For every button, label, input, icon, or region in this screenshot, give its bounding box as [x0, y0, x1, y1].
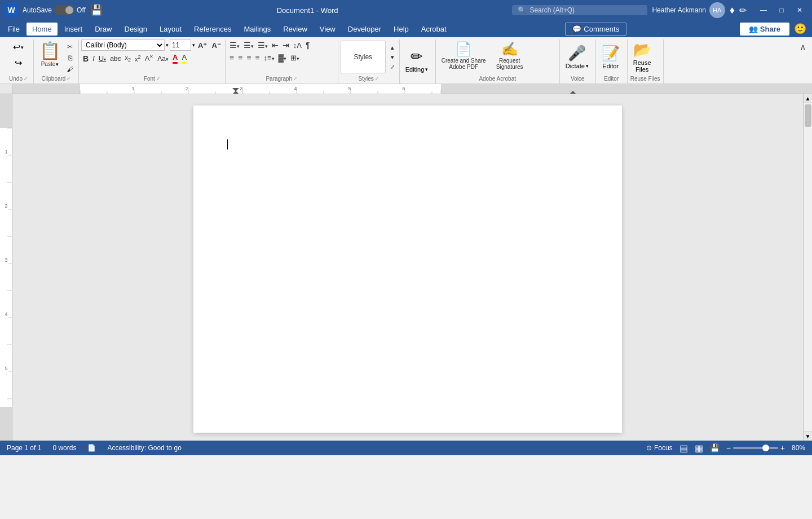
bold-button[interactable]: B [81, 53, 90, 64]
document-canvas[interactable] [12, 94, 803, 441]
styles-up-button[interactable]: ▲ [388, 43, 397, 52]
copy-button[interactable]: ⎘ [65, 53, 75, 63]
styles-down-button[interactable]: ▼ [388, 53, 397, 61]
numbered-list-button[interactable]: ☰▾ [242, 39, 255, 51]
create-share-pdf-button[interactable]: 📄 Create and Share Adobe PDF [438, 39, 489, 72]
font-size-dropdown[interactable]: ▾ [192, 42, 195, 48]
superscript-button[interactable]: x2 [133, 53, 143, 64]
menu-file[interactable]: File [2, 23, 25, 36]
increase-indent-button[interactable]: ⇥ [281, 39, 291, 51]
voice-group: 🎤 Dictate ▾ Voice [560, 39, 596, 83]
grow-font-button[interactable]: A⁺ [196, 40, 209, 51]
font-size-input[interactable] [170, 39, 191, 51]
autosave-toggle[interactable] [54, 5, 74, 15]
menu-insert[interactable]: Insert [59, 23, 89, 36]
styles-gallery[interactable]: Styles [341, 41, 386, 73]
request-signatures-button[interactable]: ✍ Request Signatures [493, 39, 527, 72]
save-location-button[interactable]: 💾 [710, 443, 720, 452]
italic-button[interactable]: I [91, 53, 96, 64]
font-name-select[interactable]: Calibri (Body) [81, 39, 165, 51]
share-button[interactable]: 👥 Share [740, 23, 789, 36]
paragraph-label: Paragraph [266, 76, 292, 82]
sort-button[interactable]: ↕A [292, 40, 303, 51]
ribbon-collapse-button[interactable]: ∧ [797, 39, 809, 83]
editing-group: ✏ Editing ▾ [400, 39, 436, 83]
align-left-button[interactable]: ≡ [228, 52, 236, 63]
editor-button[interactable]: 📝 Editor [598, 43, 623, 71]
user-avatar[interactable]: HA [709, 2, 725, 18]
zoom-out-button[interactable]: − [726, 443, 731, 452]
cut-button[interactable]: ✂ [65, 42, 75, 52]
minimize-button[interactable]: — [756, 2, 771, 18]
paste-button[interactable]: 📋 Paste ▾ [36, 39, 64, 68]
editing-icon: ✏ [411, 48, 423, 65]
menu-design[interactable]: Design [119, 23, 153, 36]
styles-expand-button[interactable]: ⤢ [388, 63, 397, 71]
close-button[interactable]: ✕ [792, 2, 807, 18]
underline-button[interactable]: U▾ [97, 53, 108, 64]
text-highlight-button[interactable]: A [180, 52, 188, 65]
save-button[interactable]: 💾 [90, 4, 103, 16]
strikethrough-button[interactable]: abc [108, 54, 122, 64]
track-changes-icon[interactable]: 📄 [87, 444, 96, 452]
line-spacing-button[interactable]: ↕≡▾ [262, 52, 276, 63]
focus-button[interactable]: ⊙ Focus [646, 444, 673, 452]
menu-home[interactable]: Home [27, 23, 58, 36]
clipboard-group: 📋 Paste ▾ ✂ ⎘ 🖌 Clipboard ⤢ [34, 39, 79, 83]
zoom-slider[interactable] [733, 447, 778, 449]
menu-mailings[interactable]: Mailings [239, 23, 277, 36]
vertical-scrollbar[interactable]: ▲ ▼ [803, 94, 812, 441]
scroll-up-button[interactable]: ▲ [804, 94, 813, 103]
accessibility-status[interactable]: Accessibility: Good to go [107, 444, 181, 452]
menu-help[interactable]: Help [388, 23, 414, 36]
shading-button[interactable]: ▓▾ [277, 52, 288, 63]
create-pdf-icon: 📄 [455, 41, 472, 57]
reuse-files-button[interactable]: 📂 Reuse Files [630, 39, 655, 74]
shrink-font-button[interactable]: A⁻ [210, 40, 222, 51]
menu-draw[interactable]: Draw [89, 23, 117, 36]
font-label: Font [144, 76, 155, 82]
web-layout-button[interactable]: ▦ [695, 443, 703, 454]
editing-button[interactable]: ✏ Editing ▾ [402, 46, 432, 74]
change-case-button[interactable]: Aa▾ [156, 54, 170, 64]
voice-label: Voice [571, 76, 584, 82]
redo-button[interactable]: ↪ [11, 55, 25, 71]
justify-button[interactable]: ≡ [253, 52, 261, 63]
emoji-button[interactable]: 🙂 [791, 23, 810, 35]
scroll-down-button[interactable]: ▼ [804, 432, 813, 441]
borders-button[interactable]: ⊞▾ [289, 52, 301, 63]
comments-button[interactable]: 💬 Comments [565, 23, 626, 36]
multilevel-list-button[interactable]: ☰▾ [256, 39, 270, 51]
print-layout-button[interactable]: ▤ [679, 443, 688, 454]
menu-review[interactable]: Review [277, 23, 313, 36]
zoom-slider-thumb[interactable] [762, 445, 769, 451]
menu-layout[interactable]: Layout [154, 23, 187, 36]
align-center-button[interactable]: ≡ [236, 52, 244, 63]
menu-acrobat[interactable]: Acrobat [416, 23, 452, 36]
dictate-button[interactable]: 🎤 Dictate ▾ [562, 43, 592, 71]
format-painter-button[interactable]: 🖌 [65, 64, 75, 74]
subscript-button[interactable]: x2 [123, 53, 133, 64]
maximize-button[interactable]: □ [774, 2, 789, 18]
align-right-button[interactable]: ≡ [245, 52, 253, 63]
diamond-icon[interactable]: ♦ [730, 5, 735, 16]
menu-view[interactable]: View [314, 23, 341, 36]
menu-developer[interactable]: Developer [342, 23, 387, 36]
menu-references[interactable]: References [188, 23, 237, 36]
dictate-icon: 🎤 [568, 45, 586, 62]
zoom-level[interactable]: 80% [787, 444, 805, 452]
search-box[interactable]: 🔍 Search (Alt+Q) [512, 5, 647, 15]
clear-format-button[interactable]: A✕ [143, 53, 156, 64]
font-color-button[interactable]: A [171, 52, 179, 65]
font-name-dropdown[interactable]: ▾ [166, 42, 169, 48]
right-tools: ⊙ Focus ▤ ▦ 💾 − + 80% [646, 443, 805, 454]
pen-icon[interactable]: ✏ [739, 5, 747, 16]
decrease-indent-button[interactable]: ⇤ [270, 39, 280, 51]
zoom-in-button[interactable]: + [780, 443, 785, 452]
show-paragraph-button[interactable]: ¶ [304, 39, 312, 51]
bullet-list-button[interactable]: ☰▾ [228, 39, 241, 51]
document-page[interactable] [193, 105, 622, 433]
dictate-dropdown: ▾ [586, 63, 589, 69]
scroll-thumb[interactable] [805, 104, 811, 127]
undo-button[interactable]: ↩ ▾ [10, 39, 27, 55]
